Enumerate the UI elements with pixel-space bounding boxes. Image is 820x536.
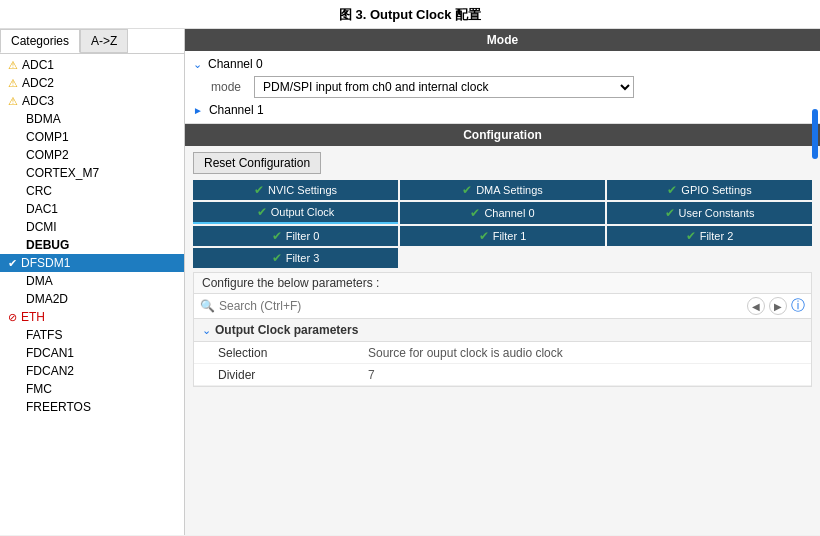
warn-icon: ⚠ — [8, 95, 18, 108]
sidebar-item-label: DEBUG — [26, 238, 69, 252]
sidebar-item-comp2[interactable]: COMP2 — [0, 146, 184, 164]
tab-check-icon: ✔ — [462, 183, 472, 197]
sidebar-item-dcmi[interactable]: DCMI — [0, 218, 184, 236]
mode-select[interactable]: PDM/SPI input from ch0 and internal cloc… — [254, 76, 634, 98]
sidebar-items-list: ⚠ADC1⚠ADC2⚠ADC3BDMACOMP1COMP2CORTEX_M7CR… — [0, 54, 184, 535]
info-button[interactable]: ⓘ — [791, 297, 805, 315]
tab-check-icon: ✔ — [470, 206, 480, 220]
sidebar-item-freertos[interactable]: FREERTOS — [0, 398, 184, 416]
tab-check-icon: ✔ — [479, 229, 489, 243]
sidebar-item-label: DMA — [26, 274, 53, 288]
page-title: 图 3. Output Clock 配置 — [0, 0, 820, 29]
tab-check-icon: ✔ — [272, 229, 282, 243]
param-name: Selection — [218, 346, 368, 360]
sidebar-item-cortex-m7[interactable]: CORTEX_M7 — [0, 164, 184, 182]
sidebar-item-label: ADC2 — [22, 76, 54, 90]
nav-prev-button[interactable]: ◀ — [747, 297, 765, 315]
param-row: Divider 7 — [194, 364, 811, 386]
channel1-row[interactable]: ► Channel 1 — [193, 101, 812, 119]
params-rows: Selection Source for ouput clock is audi… — [194, 342, 811, 386]
config-tab-filter-0[interactable]: ✔Filter 0 — [193, 226, 398, 246]
config-section: Configuration Reset Configuration ✔NVIC … — [185, 124, 820, 391]
sidebar-item-label: FDCAN2 — [26, 364, 74, 378]
sidebar-item-fatfs[interactable]: FATFS — [0, 326, 184, 344]
sidebar-item-dfsdm1[interactable]: ✔DFSDM1 — [0, 254, 184, 272]
channel1-expand-icon[interactable]: ► — [193, 105, 203, 116]
sidebar-item-label: BDMA — [26, 112, 61, 126]
sidebar-item-label: COMP2 — [26, 148, 69, 162]
tab-label: Channel 0 — [484, 207, 534, 219]
sidebar-item-fmc[interactable]: FMC — [0, 380, 184, 398]
check-icon: ✔ — [8, 257, 17, 270]
sidebar-item-dma[interactable]: DMA — [0, 272, 184, 290]
sidebar-item-crc[interactable]: CRC — [0, 182, 184, 200]
search-icon: 🔍 — [200, 299, 215, 313]
sidebar-item-adc3[interactable]: ⚠ADC3 — [0, 92, 184, 110]
tab-label: GPIO Settings — [681, 184, 751, 196]
channel0-row[interactable]: ⌄ Channel 0 — [193, 55, 812, 73]
sidebar-item-label: CORTEX_M7 — [26, 166, 99, 180]
config-tab-filter-3[interactable]: ✔Filter 3 — [193, 248, 398, 268]
mode-label: mode — [211, 80, 246, 94]
sidebar-item-bdma[interactable]: BDMA — [0, 110, 184, 128]
mode-section: ⌄ Channel 0 mode PDM/SPI input from ch0 … — [185, 51, 820, 124]
config-tabs-grid: ✔NVIC Settings✔DMA Settings✔GPIO Setting… — [185, 180, 820, 268]
params-group-header[interactable]: ⌄ Output Clock parameters — [194, 319, 811, 342]
sidebar-item-label: COMP1 — [26, 130, 69, 144]
sidebar-item-label: FDCAN1 — [26, 346, 74, 360]
nav-next-button[interactable]: ▶ — [769, 297, 787, 315]
tab-label: Filter 3 — [286, 252, 320, 264]
config-tab-user-constants[interactable]: ✔User Constants — [607, 202, 812, 224]
sidebar-item-label: DMA2D — [26, 292, 68, 306]
sidebar: Categories A->Z ⚠ADC1⚠ADC2⚠ADC3BDMACOMP1… — [0, 29, 185, 535]
sidebar-item-label: FREERTOS — [26, 400, 91, 414]
channel0-expand-icon[interactable]: ⌄ — [193, 58, 202, 71]
mode-row: mode PDM/SPI input from ch0 and internal… — [193, 73, 812, 101]
sidebar-item-fdcan1[interactable]: FDCAN1 — [0, 344, 184, 362]
sidebar-item-dma2d[interactable]: DMA2D — [0, 290, 184, 308]
sidebar-item-eth[interactable]: ⊘ETH — [0, 308, 184, 326]
config-tab-dma-settings[interactable]: ✔DMA Settings — [400, 180, 605, 200]
sidebar-item-debug[interactable]: DEBUG — [0, 236, 184, 254]
tab-check-icon: ✔ — [686, 229, 696, 243]
sidebar-item-fdcan2[interactable]: FDCAN2 — [0, 362, 184, 380]
params-header: Configure the below parameters : — [194, 273, 811, 294]
tab-check-icon: ✔ — [257, 205, 267, 219]
tab-label: User Constants — [679, 207, 755, 219]
tab-label: Filter 2 — [700, 230, 734, 242]
sidebar-item-comp1[interactable]: COMP1 — [0, 128, 184, 146]
params-group-expand-icon: ⌄ — [202, 324, 211, 337]
tab-check-icon: ✔ — [667, 183, 677, 197]
tab-label: Filter 1 — [493, 230, 527, 242]
mode-header: Mode — [185, 29, 820, 51]
config-tab-channel-0[interactable]: ✔Channel 0 — [400, 202, 605, 224]
sidebar-item-label: FATFS — [26, 328, 62, 342]
channel0-label: Channel 0 — [208, 57, 263, 71]
search-input[interactable] — [219, 299, 743, 313]
tab-label: Filter 0 — [286, 230, 320, 242]
sidebar-item-adc2[interactable]: ⚠ADC2 — [0, 74, 184, 92]
error-icon: ⊘ — [8, 311, 17, 324]
tab-label: DMA Settings — [476, 184, 543, 196]
sidebar-item-label: ETH — [21, 310, 45, 324]
params-section: Configure the below parameters : 🔍 ◀ ▶ ⓘ… — [193, 272, 812, 387]
config-tab-gpio-settings[interactable]: ✔GPIO Settings — [607, 180, 812, 200]
config-tab-output-clock[interactable]: ✔Output Clock — [193, 202, 398, 224]
config-tab-filter-2[interactable]: ✔Filter 2 — [607, 226, 812, 246]
params-group-label: Output Clock parameters — [215, 323, 358, 337]
config-tab-filter-1[interactable]: ✔Filter 1 — [400, 226, 605, 246]
sidebar-item-dac1[interactable]: DAC1 — [0, 200, 184, 218]
tab-az[interactable]: A->Z — [80, 29, 128, 53]
warn-icon: ⚠ — [8, 59, 18, 72]
scroll-indicator[interactable] — [812, 109, 818, 159]
tab-check-icon: ✔ — [254, 183, 264, 197]
config-tab-nvic-settings[interactable]: ✔NVIC Settings — [193, 180, 398, 200]
sidebar-item-label: ADC3 — [22, 94, 54, 108]
main-content: Mode ⌄ Channel 0 mode PDM/SPI input from… — [185, 29, 820, 535]
tab-categories[interactable]: Categories — [0, 29, 80, 53]
sidebar-item-label: DFSDM1 — [21, 256, 70, 270]
sidebar-item-label: ADC1 — [22, 58, 54, 72]
reset-config-button[interactable]: Reset Configuration — [193, 152, 321, 174]
sidebar-item-label: DCMI — [26, 220, 57, 234]
sidebar-item-adc1[interactable]: ⚠ADC1 — [0, 56, 184, 74]
